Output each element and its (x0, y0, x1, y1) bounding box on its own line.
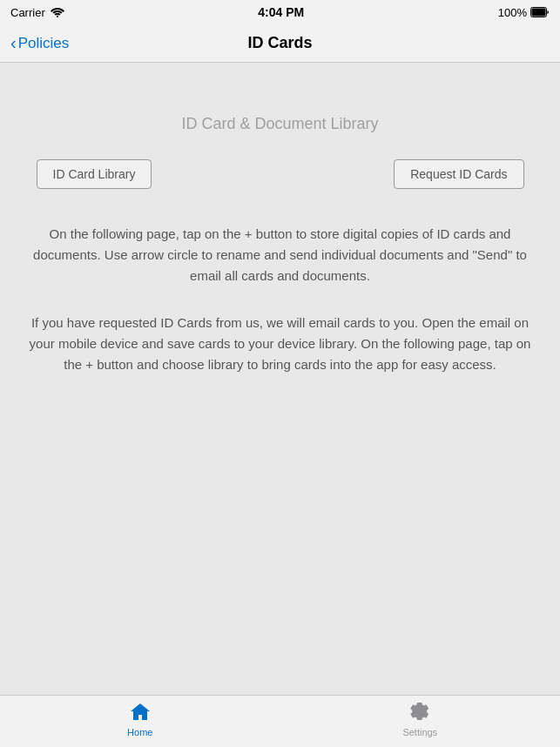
tab-settings[interactable]: Settings (280, 700, 561, 737)
id-card-library-button[interactable]: ID Card Library (37, 159, 152, 189)
home-icon (128, 700, 152, 724)
battery-icon (530, 7, 550, 17)
action-buttons-row: ID Card Library Request ID Cards (37, 159, 524, 189)
nav-bar: ‹ Policies ID Cards (0, 24, 560, 63)
page-title: ID Cards (247, 34, 312, 52)
svg-point-0 (57, 16, 58, 17)
description-text-1: On the following page, tap on the + butt… (28, 224, 533, 286)
status-time: 4:04 PM (258, 5, 304, 19)
wifi-icon (51, 7, 64, 17)
tab-home-label: Home (127, 727, 152, 737)
section-title: ID Card & Document Library (181, 115, 378, 133)
chevron-left-icon: ‹ (10, 34, 17, 51)
status-bar: Carrier 4:04 PM 100% (0, 0, 560, 24)
main-content: ID Card & Document Library ID Card Libra… (0, 63, 560, 695)
back-label: Policies (18, 35, 70, 52)
request-id-cards-button[interactable]: Request ID Cards (394, 159, 523, 189)
svg-rect-2 (532, 9, 546, 17)
status-battery: 100% (498, 6, 550, 19)
description-text-2: If you have requested ID Cards from us, … (28, 313, 533, 375)
tab-bar: Home Settings (0, 695, 560, 747)
back-button[interactable]: ‹ Policies (10, 35, 69, 52)
tab-settings-label: Settings (402, 727, 437, 737)
settings-icon (408, 700, 432, 724)
tab-home[interactable]: Home (0, 700, 280, 737)
status-carrier: Carrier (10, 6, 64, 19)
